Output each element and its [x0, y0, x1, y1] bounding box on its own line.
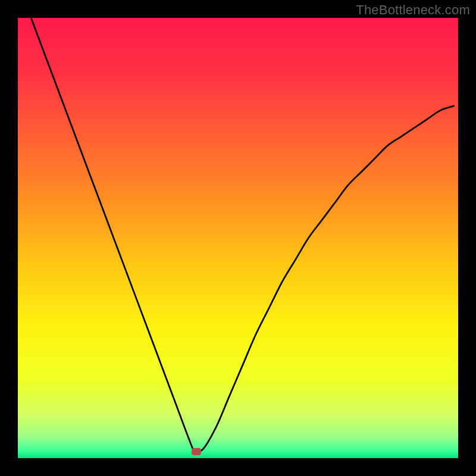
highlight-marker [192, 448, 201, 455]
plot-area [18, 18, 458, 458]
data-curve [18, 18, 458, 458]
watermark-text: TheBottleneck.com [356, 2, 470, 18]
chart-frame: TheBottleneck.com [0, 0, 476, 476]
